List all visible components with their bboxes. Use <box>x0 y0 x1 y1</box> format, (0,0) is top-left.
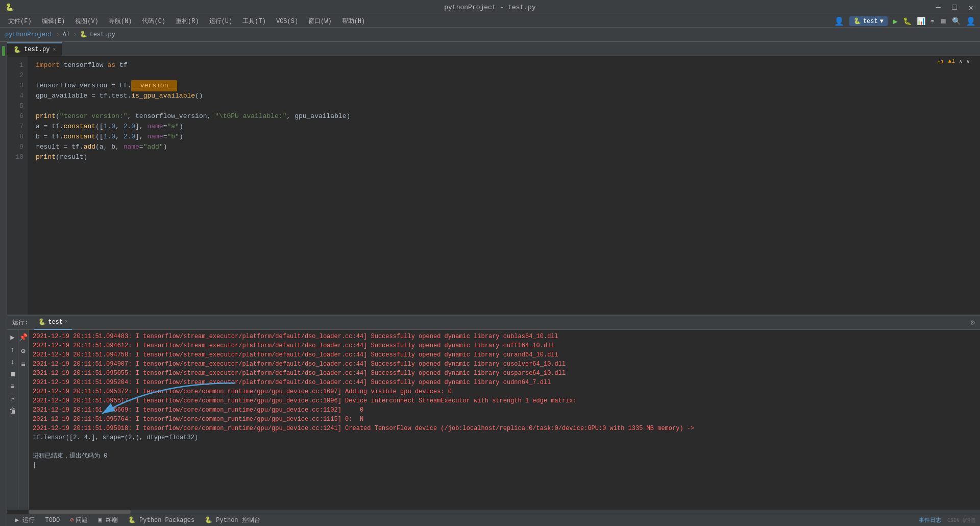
output-line-8: 2021-12-19 20:11:51.095517: I tensorflow… <box>33 396 976 405</box>
app-icon: 🐍 <box>5 3 14 12</box>
file-icon: 🐍 <box>80 31 87 38</box>
code-line-2 <box>36 70 980 81</box>
nav-down[interactable]: ∨ <box>966 58 970 65</box>
python-console-tab[interactable]: 🐍 Python 控制台 <box>201 515 264 525</box>
sidebar-marker <box>2 46 5 56</box>
run-button[interactable]: ▶ <box>893 16 898 27</box>
run-config-button[interactable]: 🐍 test ▼ <box>849 16 888 26</box>
menu-tools[interactable]: 工具(T) <box>238 16 270 27</box>
menu-navigate[interactable]: 导航(N) <box>105 16 136 27</box>
horizontal-scrollbar[interactable] <box>29 510 980 514</box>
breadcrumb-file: 🐍 test.py <box>80 31 115 38</box>
run-trash-icon[interactable]: 🗑 <box>8 406 17 416</box>
code-line-4: gpu_available = tf.test.is_gpu_available… <box>36 91 980 101</box>
run-copy-icon[interactable]: ⎘ <box>10 394 16 404</box>
run-panel-header: 运行: 🐍 test × ⚙ <box>7 316 980 330</box>
output-line-4: 2021-12-19 20:11:51.094907: I tensorflow… <box>33 360 976 369</box>
warning-count: ⚠1 <box>937 58 944 65</box>
todo-tab[interactable]: TODO <box>41 516 64 525</box>
problems-tab[interactable]: ⊘ 问题 <box>66 515 92 525</box>
filter-icon[interactable]: ≡ <box>20 360 26 370</box>
close-button[interactable]: ✕ <box>967 4 975 12</box>
run-tab-test[interactable]: 🐍 test × <box>34 316 72 330</box>
run-panel-label: 运行: <box>12 318 28 327</box>
menu-window[interactable]: 窗口(W) <box>304 16 336 27</box>
menu-file[interactable]: 文件(F) <box>4 16 36 27</box>
window-title: pythonProject - test.py <box>444 4 535 11</box>
output-result-line: tf.Tensor([2. 4.], shape=(2,), dtype=flo… <box>33 433 976 442</box>
avatar-icon[interactable]: 👤 <box>966 16 976 27</box>
run-panel: 运行: 🐍 test × ⚙ ▶ ↑ ↓ ⏹ <box>7 315 980 514</box>
menu-edit[interactable]: 编辑(E) <box>38 16 69 27</box>
csdn-watermark: CSDN @逍遥 <box>947 517 976 524</box>
breadcrumb-folder[interactable]: AI <box>63 31 70 38</box>
output-line-6: 2021-12-19 20:11:51.095204: I tensorflow… <box>33 378 976 387</box>
profile-icon[interactable]: 📊 <box>917 17 925 26</box>
output-line-1: 2021-12-19 20:11:51.094483: I tensorflow… <box>33 332 976 341</box>
menu-vcs[interactable]: VCS(S) <box>272 17 302 26</box>
stop-icon[interactable]: ⏹ <box>940 17 947 26</box>
run-list-icon[interactable]: ≡ <box>9 381 15 392</box>
user-icon[interactable]: 👤 <box>834 16 844 27</box>
line-num-5: 5 <box>7 101 23 111</box>
line-num-9: 9 <box>7 142 23 152</box>
title-bar: 🐍 pythonProject - test.py — □ ✕ <box>0 0 980 15</box>
output-line-9: 2021-12-19 20:11:51.095669: I tensorflow… <box>33 405 976 415</box>
code-line-10: print(result) <box>36 152 980 162</box>
output-empty-line <box>33 442 976 451</box>
breadcrumb-bar: pythonProject › AI › 🐍 test.py <box>0 28 980 42</box>
code-line-3: tensorflow_version = tf.__version__ <box>36 81 980 91</box>
menu-refactor[interactable]: 重构(R) <box>172 16 203 27</box>
run-tab-bottom[interactable]: ▶ 运行 <box>11 515 39 525</box>
breadcrumb-sep1: › <box>56 31 60 38</box>
main-layout: 🐍 test.py × ⚠1 ▲1 ∧ ∨ 1 2 3 4 <box>0 42 980 526</box>
line-num-4: 4 <box>7 91 23 101</box>
error-count: ▲1 <box>948 58 955 65</box>
menu-help[interactable]: 帮助(H) <box>338 16 370 27</box>
menu-view[interactable]: 视图(V) <box>71 16 103 27</box>
maximize-button[interactable]: □ <box>950 4 959 12</box>
tab-file-icon: 🐍 <box>13 46 21 54</box>
settings-icon[interactable]: ⚙ <box>20 346 26 356</box>
line-num-3: 3 <box>7 81 23 91</box>
run-down-icon[interactable]: ↓ <box>9 357 15 367</box>
output-line-11: 2021-12-19 20:11:51.095918: I tensorflow… <box>33 424 976 433</box>
output-line-7: 2021-12-19 20:11:51.095372: I tensorflow… <box>33 387 976 396</box>
code-content[interactable]: import tensorflow as tf tensorflow_versi… <box>28 56 980 315</box>
code-line-1: import tensorflow as tf <box>36 60 980 70</box>
editor-tab-test-py[interactable]: 🐍 test.py × <box>7 42 62 56</box>
breadcrumb-project[interactable]: pythonProject <box>5 31 53 38</box>
run-play-icon[interactable]: ▶ <box>9 332 15 343</box>
warning-bar: ⚠1 ▲1 ∧ ∨ <box>937 58 970 65</box>
run-output[interactable]: 2021-12-19 20:11:51.094483: I tensorflow… <box>29 330 980 510</box>
line-num-10: 10 <box>7 152 23 162</box>
debug-icon[interactable]: 🐛 <box>903 17 912 26</box>
menu-code[interactable]: 代码(C) <box>138 16 169 27</box>
run-tab-label: test <box>48 319 63 326</box>
run-secondary-toolbar: 📌 ⚙ ≡ <box>18 330 29 510</box>
line-num-8: 8 <box>7 132 23 142</box>
title-bar-left: 🐍 <box>5 3 14 12</box>
search-icon[interactable]: 🔍 <box>952 17 961 26</box>
minimize-button[interactable]: — <box>934 4 942 12</box>
terminal-tab[interactable]: ▣ 终端 <box>94 515 121 525</box>
run-tab-close[interactable]: × <box>65 319 68 325</box>
menu-bar: 文件(F) 编辑(E) 视图(V) 导航(N) 代码(C) 重构(R) 运行(U… <box>0 15 980 28</box>
tab-close-button[interactable]: × <box>53 47 56 53</box>
code-line-7: a = tf.constant([1.0, 2.0], name="a") <box>36 122 980 132</box>
nav-up[interactable]: ∧ <box>959 58 963 65</box>
code-editor[interactable]: ⚠1 ▲1 ∧ ∨ 1 2 3 4 5 6 7 8 9 10 <box>7 56 980 315</box>
menu-run[interactable]: 运行(U) <box>205 16 237 27</box>
scrollbar-thumb[interactable] <box>29 510 131 514</box>
output-line-5: 2021-12-19 20:11:51.095055: I tensorflow… <box>33 369 976 378</box>
event-log-link[interactable]: 事件日志 <box>919 516 941 524</box>
run-stop-icon[interactable]: ⏹ <box>8 369 17 379</box>
panel-gear-icon[interactable]: ⚙ <box>971 318 975 327</box>
run-config-dropdown: ▼ <box>880 18 884 25</box>
run-panel-body: ▶ ↑ ↓ ⏹ ≡ ⎘ 🗑 📌 ⚙ ≡ <box>7 330 980 510</box>
run-up-icon[interactable]: ↑ <box>9 345 15 355</box>
left-sidebar <box>0 42 7 526</box>
python-packages-tab[interactable]: 🐍 Python Packages <box>124 515 199 525</box>
pin-icon[interactable]: 📌 <box>18 332 29 343</box>
coverage-icon[interactable]: ☂ <box>930 17 935 26</box>
